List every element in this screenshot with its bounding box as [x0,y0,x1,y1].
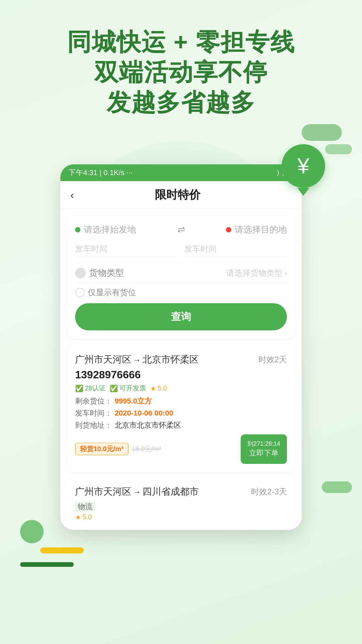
countdown-1: 到271:28:14 [247,440,280,448]
invoice-check-icon: ✅ [110,384,118,392]
verify-badge-1: ✅ 28认证 [75,384,106,393]
remaining-label: 剩余货位： [75,396,112,406]
deco-line-green [20,562,74,567]
deco-shape-tr2 [325,144,352,154]
depart-label: 发车时间： [75,408,112,418]
origin-dest-row: 请选择始发地 ⇌ 请选择目的地 [75,224,287,235]
remaining-value: 9995.0立方 [115,396,152,406]
order-button-1[interactable]: 到271:28:14 立即下单 [241,434,287,464]
card-header-2: 广州市天河区 → 四川省成都市 时效2-3天 [75,485,287,498]
deco-line-yellow [40,547,84,553]
depart-value: 2020-10-06 00:00 [115,409,173,418]
price-old-1: 18.0元/m³ [132,444,161,453]
star-icon-2: ★ [75,513,81,521]
only-available-label: 仅显示有货位 [88,287,136,298]
result-card-1: 广州市天河区 → 北京市怀柔区 时效2天 13928976666 ✅ 28认证 … [67,345,295,472]
company-name-2: 物流 [75,501,287,512]
hero-section: 同城快运 + 零担专线 双端活动享不停 发越多省越多 [0,27,362,117]
order-label-1: 立即下单 [247,448,280,459]
time-row: 发车时间 发车时间 [75,241,287,257]
phone-number-1[interactable]: 13928976666 [75,369,287,381]
depart-time1[interactable]: 发车时间 [75,241,178,257]
depart-time2[interactable]: 发车时间 [184,241,287,257]
time-effect-1: 时效2天 [258,354,287,365]
money-bag-pointer [297,188,309,196]
route-from-1: 广州市天河区 [75,354,131,365]
verify-check-icon: ✅ [75,384,83,392]
only-available-row: 仅显示有货位 [75,287,287,298]
hero-line3: 发越多省越多 [0,87,362,117]
swap-icon[interactable]: ⇌ [177,224,185,235]
company-prefix: 物流 [75,502,95,512]
card-footer-1: 轻货10.0元/m³ 18.0元/m³ 到271:28:14 立即下单 [75,434,287,464]
depart-time-row: 发车时间： 2020-10-06 00:00 [75,408,287,418]
query-button[interactable]: 查询 [75,303,287,330]
deco-shape-bl [20,520,44,543]
route-to-2: 四川省成都市 [142,486,199,497]
goods-type-select[interactable]: 请选择货物类型 [226,268,283,278]
money-bag-symbol: ¥ [297,154,309,178]
route-to-1: 北京市怀柔区 [142,354,199,365]
goods-type-label: 货物类型 [89,267,124,279]
goods-type-row: 货物类型 请选择货物类型 › [75,263,287,283]
price-tags-1: 轻货10.0元/m³ 18.0元/m³ [75,443,161,455]
page-title: 限时特价 [81,187,275,203]
dest-label: 到货地址： [75,420,112,430]
route-text-1: 广州市天河区 → 北京市怀柔区 [75,353,199,366]
route-arrow-1: → [133,355,141,364]
signal-icon: ⟩ [277,169,280,177]
back-button[interactable]: ‹ [70,189,74,201]
badges-row-2: ★ 5.0 [75,513,287,521]
goods-right[interactable]: 请选择货物类型 › [226,268,287,278]
dest-row: 到货地址： 北京市北京市怀柔区 [75,420,287,430]
phone-mockup: 下午4:31 | 0.1K/s ··· ⟩ ▣ ▪ ‹ 限时特价 请选择始发地 … [60,164,302,530]
invoice-badge-1: ✅ 可开发票 [110,384,146,393]
route-text-2: 广州市天河区 → 四川省成都市 [75,485,199,498]
origin-input[interactable]: 请选择始发地 [84,224,136,235]
status-time: 下午4:31 | 0.1K/s ··· [68,168,133,178]
search-form: 请选择始发地 ⇌ 请选择目的地 发车时间 发车时间 货物类型 请选择货物类型 › [67,216,295,338]
origin-dot [75,227,80,232]
deco-shape-br [322,481,352,493]
dest-value: 北京市北京市怀柔区 [115,420,181,430]
route-arrow-2: → [133,487,141,496]
goods-icon [75,268,86,278]
only-available-radio[interactable] [75,288,84,297]
star-icon: ★ [150,384,156,392]
star-badge-2: ★ 5.0 [75,513,92,521]
badges-row-1: ✅ 28认证 ✅ 可开发票 ★ 5.0 [75,384,287,393]
money-bag-container: ¥ [282,144,325,191]
route-from-2: 广州市天河区 [75,486,131,497]
hero-line1: 同城快运 + 零担专线 [0,27,362,57]
goods-left: 货物类型 [75,267,124,279]
time-effect-2: 时效2-3天 [251,486,287,497]
price-active-1: 轻货10.0元/m³ [75,443,128,455]
result-card-2: 广州市天河区 → 四川省成都市 时效2-3天 物流 ★ 5.0 [67,477,295,530]
hero-line2: 双端活动享不停 [0,57,362,87]
deco-shape-tr [302,124,342,141]
swap-separator: ⇌ [136,224,226,235]
dest-dot [226,227,231,232]
money-bag-icon: ¥ [282,144,325,188]
nav-bar: ‹ 限时特价 [60,181,302,209]
status-bar: 下午4:31 | 0.1K/s ··· ⟩ ▣ ▪ [60,164,302,181]
star-badge-1: ★ 5.0 [150,384,167,392]
dest-input[interactable]: 请选择目的地 [235,224,287,235]
remaining-row: 剩余货位： 9995.0立方 [75,396,287,406]
goods-arrow-icon: › [285,269,287,277]
card-header-1: 广州市天河区 → 北京市怀柔区 时效2天 [75,353,287,366]
